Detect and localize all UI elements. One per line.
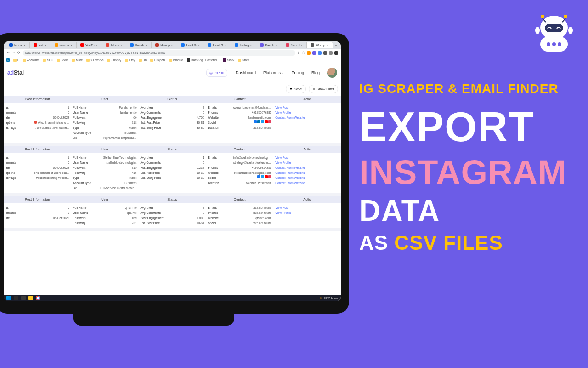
browser-tab[interactable]: Kei× bbox=[30, 42, 51, 48]
social-icon[interactable] bbox=[265, 175, 268, 178]
bookmark-item[interactable]: L bbox=[13, 58, 19, 62]
favicon-icon bbox=[260, 43, 264, 47]
social-icon[interactable] bbox=[265, 120, 268, 123]
browser-tab[interactable]: Dashb× bbox=[256, 42, 282, 48]
ext-icon[interactable] bbox=[334, 51, 338, 55]
close-icon[interactable]: × bbox=[96, 43, 98, 47]
social-icon[interactable] bbox=[261, 175, 264, 178]
url-input[interactable]: sult?search=wordpressdeveloper&refer_str… bbox=[23, 50, 295, 56]
column-header: Actio bbox=[273, 146, 341, 153]
browser-tab[interactable]: Faceb× bbox=[126, 42, 152, 48]
ext-icon[interactable] bbox=[323, 51, 327, 55]
close-icon[interactable]: × bbox=[250, 43, 252, 47]
taskbar-taskview-icon[interactable] bbox=[21, 296, 26, 300]
action-link[interactable]: View Post bbox=[275, 205, 288, 210]
bookmark-item[interactable]: Battlelog / Battlefiel... bbox=[187, 58, 219, 62]
save-button[interactable]: ♥Save bbox=[286, 85, 306, 93]
bookmark-item[interactable]: Shopify bbox=[107, 58, 121, 62]
nav-pricing[interactable]: Pricing bbox=[291, 70, 304, 75]
social-icon[interactable] bbox=[268, 175, 271, 178]
browser-tab[interactable]: Inbox× bbox=[6, 42, 30, 48]
close-icon[interactable]: × bbox=[225, 43, 227, 47]
nav-forward-icon[interactable]: → bbox=[12, 51, 16, 55]
browser-tab[interactable]: YouTu× bbox=[77, 42, 102, 48]
browser-tab[interactable]: smzon× bbox=[51, 42, 77, 48]
avatar[interactable] bbox=[327, 68, 337, 78]
bookmark-item[interactable]: SEO bbox=[43, 58, 53, 62]
browser-tab[interactable]: Lead G× bbox=[177, 42, 204, 48]
bookmark-item[interactable]: Etsy bbox=[125, 58, 135, 62]
share-icon[interactable]: ⇪ bbox=[297, 51, 300, 55]
close-icon[interactable]: × bbox=[198, 43, 200, 47]
start-button[interactable] bbox=[6, 296, 11, 300]
action-link[interactable]: View Post bbox=[275, 155, 288, 160]
nav-platforms[interactable]: Platforms ⌄ bbox=[263, 70, 284, 75]
credits-badge[interactable]: ◎ 78730 bbox=[206, 69, 227, 77]
ext-icon[interactable] bbox=[318, 51, 322, 55]
action-link[interactable]: Contact From Website bbox=[275, 180, 305, 185]
close-icon[interactable]: × bbox=[120, 43, 122, 47]
value: 0 bbox=[68, 210, 69, 215]
browser-tab[interactable]: #word× bbox=[282, 42, 307, 48]
star-icon[interactable]: ☆ bbox=[302, 51, 305, 55]
social-icon[interactable] bbox=[268, 120, 271, 123]
bookmark-item[interactable]: Accounts bbox=[23, 58, 40, 62]
bookmark-item[interactable]: in bbox=[6, 58, 10, 62]
action-link[interactable]: Contact From Website bbox=[275, 165, 305, 170]
bookmark-item[interactable]: More bbox=[72, 58, 83, 62]
social-icon[interactable] bbox=[257, 175, 260, 178]
taskbar-explorer-icon[interactable] bbox=[28, 296, 33, 300]
bookmark-item[interactable]: Tools bbox=[57, 58, 68, 62]
action-link[interactable]: View Profile bbox=[275, 110, 291, 115]
taskbar-search-icon[interactable] bbox=[14, 296, 18, 300]
close-icon[interactable]: × bbox=[301, 43, 303, 47]
tab-label: Lead G bbox=[186, 44, 197, 47]
close-icon[interactable]: × bbox=[146, 43, 148, 47]
close-icon[interactable]: × bbox=[23, 43, 26, 47]
bookmark-item[interactable]: iMacros bbox=[169, 58, 184, 62]
nav-back-icon[interactable]: ← bbox=[6, 51, 10, 55]
social-icons bbox=[254, 120, 271, 125]
new-tab-button[interactable]: + bbox=[333, 43, 339, 47]
close-icon[interactable]: × bbox=[171, 43, 173, 47]
weather-widget[interactable]: ☀ 28°C Haze bbox=[319, 296, 338, 300]
bookmark-item[interactable]: Projects bbox=[150, 58, 165, 62]
browser-tab[interactable]: Inbox× bbox=[102, 42, 126, 48]
close-icon[interactable]: × bbox=[276, 43, 278, 47]
close-icon[interactable]: × bbox=[70, 43, 73, 47]
nav-blog[interactable]: Blog bbox=[311, 70, 320, 75]
ext-icon[interactable] bbox=[329, 51, 333, 55]
ext-icon[interactable] bbox=[307, 51, 311, 55]
bookmark-item[interactable]: YT Works bbox=[86, 58, 103, 62]
social-icon[interactable] bbox=[261, 120, 264, 123]
nav-dashboard[interactable]: Dashboard bbox=[236, 70, 256, 75]
browser-address-bar: ← → ⟳ sult?search=wordpressdeveloper&ref… bbox=[4, 49, 341, 57]
browser-tab[interactable]: Instag× bbox=[231, 42, 256, 48]
value: 315 bbox=[132, 165, 137, 170]
action-link[interactable]: Contact From Website bbox=[275, 115, 305, 120]
taskbar-chrome-icon[interactable] bbox=[36, 296, 40, 300]
bookmark-item[interactable]: Stats bbox=[238, 58, 249, 62]
value: #Wordpress, #Fundame... bbox=[35, 125, 69, 130]
value: 0.237 bbox=[197, 165, 204, 170]
bookmark-item[interactable]: Ub bbox=[139, 58, 147, 62]
action-link[interactable]: View Profile bbox=[275, 160, 291, 165]
browser-tab[interactable]: Lead G× bbox=[204, 42, 231, 48]
social-icon[interactable] bbox=[254, 120, 257, 123]
value: 0 bbox=[68, 160, 69, 165]
nav-reload-icon[interactable]: ⟳ bbox=[17, 51, 21, 55]
social-icon[interactable] bbox=[257, 120, 260, 123]
bookmark-item[interactable]: Slack bbox=[223, 58, 234, 62]
ext-icon[interactable] bbox=[312, 51, 316, 55]
browser-tab[interactable]: Wordp× bbox=[307, 42, 333, 48]
browser-tab[interactable]: How p× bbox=[152, 42, 177, 48]
close-icon[interactable]: × bbox=[327, 43, 329, 47]
action-link[interactable]: View Post bbox=[275, 105, 288, 110]
action-link[interactable]: Contact From Website bbox=[275, 175, 305, 180]
action-link[interactable]: Contact From Website bbox=[275, 170, 305, 175]
show-filter-button[interactable]: ≡Show Filter bbox=[309, 85, 338, 93]
logo[interactable]: adStal bbox=[7, 69, 24, 76]
close-icon[interactable]: × bbox=[45, 43, 47, 47]
col-user: Full NameQTS InfoUser Nameqts.infoFollow… bbox=[71, 205, 139, 225]
action-link[interactable]: View Profile bbox=[275, 210, 291, 215]
